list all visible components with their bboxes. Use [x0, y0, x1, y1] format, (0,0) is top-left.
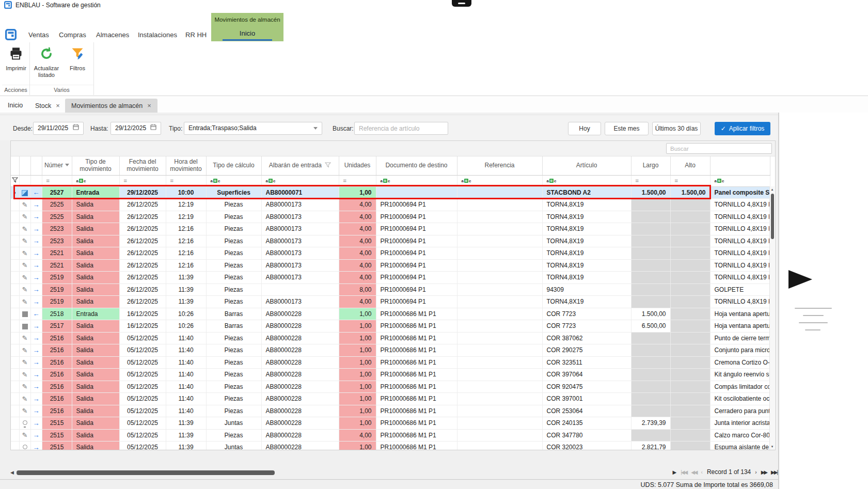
- cell-albaran[interactable]: AB80000228: [261, 356, 339, 369]
- table-row[interactable]: 2516Salida05/12/202511:40PiezasAB8000022…: [11, 369, 770, 381]
- cell-largo[interactable]: [631, 272, 670, 284]
- cell-unidades[interactable]: 1,00: [339, 186, 376, 199]
- direction-cell[interactable]: [30, 356, 42, 369]
- abc-filter-icon[interactable]: [710, 175, 770, 186]
- cell-hora[interactable]: 11:40: [166, 369, 206, 381]
- row-icon-cell[interactable]: [19, 429, 30, 441]
- cell-documento[interactable]: PR10000686 M1 P1: [376, 369, 457, 381]
- cell-albaran[interactable]: AB80000228: [261, 441, 339, 451]
- cell-documento[interactable]: PR10000694 P1: [376, 283, 457, 296]
- referencia-search-input[interactable]: [354, 122, 448, 135]
- cell-articulo[interactable]: TORN4,8X19: [542, 199, 631, 211]
- cell-largo[interactable]: [631, 235, 670, 247]
- cell-largo[interactable]: [631, 199, 670, 211]
- row-icon-cell[interactable]: [19, 344, 30, 357]
- cell-largo[interactable]: 2.739,39: [631, 417, 670, 430]
- table-row[interactable]: 2519Salida26/12/202511:39PiezasAB8000017…: [11, 296, 770, 308]
- cell-num[interactable]: 2516: [42, 344, 72, 357]
- cell-fecha[interactable]: 26/12/2025: [119, 235, 166, 247]
- cell-referencia[interactable]: [457, 441, 542, 451]
- cell-num[interactable]: 2527: [42, 186, 72, 199]
- cell-unidades[interactable]: 4,00: [339, 235, 376, 247]
- cell-alto[interactable]: [670, 283, 710, 296]
- cell-largo[interactable]: [631, 369, 670, 381]
- row-icon-cell[interactable]: [19, 405, 30, 417]
- aplicar-filtros-button[interactable]: ✓Aplicar filtros: [715, 122, 770, 135]
- col-tipo-calculo[interactable]: Tipo de cálculo: [206, 156, 261, 175]
- cell-alto[interactable]: [670, 332, 710, 344]
- cell-num[interactable]: 2515: [42, 441, 72, 451]
- print-button[interactable]: Imprimir: [2, 46, 30, 72]
- cell-fecha[interactable]: 26/12/2025: [119, 199, 166, 211]
- cell-tipo[interactable]: Salida: [72, 405, 119, 417]
- cell-desc[interactable]: TORNILLO 4,8X19 R: [710, 296, 770, 308]
- table-row[interactable]: 2527Entrada29/12/202510:00SuperficiesAB8…: [11, 186, 770, 199]
- hasta-date-field[interactable]: 29/12/2025: [111, 122, 161, 135]
- row-icon-cell[interactable]: [19, 235, 30, 247]
- cell-unidades[interactable]: 4,00: [339, 247, 376, 260]
- cell-articulo[interactable]: COR 320023: [542, 441, 631, 451]
- cell-fecha[interactable]: 05/12/2025: [119, 405, 166, 417]
- table-row[interactable]: 2516Salida05/12/202511:40PiezasAB8000022…: [11, 332, 770, 344]
- cell-alto[interactable]: [670, 320, 710, 333]
- cell-hora[interactable]: 10:26: [166, 320, 206, 333]
- cell-fecha[interactable]: 16/12/2025: [119, 320, 166, 333]
- cell-alto[interactable]: [670, 405, 710, 417]
- col-descripcion[interactable]: [710, 156, 770, 175]
- cell-documento[interactable]: PR10000686 M1 P1: [376, 393, 457, 405]
- cell-albaran[interactable]: AB80000228: [261, 308, 339, 320]
- equals-filter-icon[interactable]: [339, 175, 376, 186]
- cell-desc[interactable]: Kit oscilobatiente ocu: [710, 393, 770, 405]
- cell-desc[interactable]: TORNILLO 4,8X19 R: [710, 211, 770, 223]
- cell-calculo[interactable]: Piezas: [206, 235, 261, 247]
- cell-hora[interactable]: 11:40: [166, 393, 206, 405]
- cell-alto[interactable]: [670, 272, 710, 284]
- cell-unidades[interactable]: 1,00: [339, 441, 376, 451]
- row-icon-cell[interactable]: [19, 320, 30, 333]
- table-row[interactable]: 2519Salida26/12/202511:39Piezas8,00PR100…: [11, 283, 770, 296]
- cell-num[interactable]: 2516: [42, 405, 72, 417]
- cell-hora[interactable]: 10:26: [166, 308, 206, 320]
- row-icon-cell[interactable]: [19, 356, 30, 369]
- cell-albaran[interactable]: AB80000173: [261, 223, 339, 235]
- cell-documento[interactable]: PR10000694 P1: [376, 296, 457, 308]
- ribbon-tab-rrhh[interactable]: RR HH: [185, 31, 207, 39]
- cell-unidades[interactable]: 1,00: [339, 381, 376, 393]
- cell-calculo[interactable]: Piezas: [206, 405, 261, 417]
- cell-hora[interactable]: 10:00: [166, 186, 206, 199]
- table-row[interactable]: 2521Salida26/12/202512:16PiezasAB8000017…: [11, 259, 770, 272]
- row-icon-cell[interactable]: [19, 211, 30, 223]
- cell-tipo[interactable]: Salida: [72, 283, 119, 296]
- cell-documento[interactable]: PR10000686 M1 P1: [376, 381, 457, 393]
- cell-calculo[interactable]: Piezas: [206, 223, 261, 235]
- cell-alto[interactable]: [670, 296, 710, 308]
- cell-unidades[interactable]: 1,00: [339, 320, 376, 333]
- cell-calculo[interactable]: Piezas: [206, 272, 261, 284]
- cell-desc[interactable]: TORNILLO 4,8X19 R: [710, 235, 770, 247]
- calendar-icon[interactable]: [73, 122, 79, 134]
- cell-unidades[interactable]: 4,00: [339, 296, 376, 308]
- cell-albaran[interactable]: AB80000173: [261, 199, 339, 211]
- cell-documento[interactable]: PR10000686 M1 P1: [376, 405, 457, 417]
- col-tipo-movimiento[interactable]: Tipo de movimiento: [72, 156, 119, 175]
- cell-fecha[interactable]: 26/12/2025: [119, 283, 166, 296]
- cell-num[interactable]: 2516: [42, 393, 72, 405]
- cell-unidades[interactable]: 4,00: [339, 223, 376, 235]
- row-indicator[interactable]: [11, 332, 19, 344]
- row-icon-cell[interactable]: [19, 186, 30, 199]
- cell-largo[interactable]: [631, 381, 670, 393]
- cell-alto[interactable]: 1.500,00: [670, 186, 710, 199]
- cell-documento[interactable]: PR10000694 P1: [376, 199, 457, 211]
- cell-referencia[interactable]: [457, 332, 542, 344]
- table-row[interactable]: 2525Salida26/12/202512:19PiezasAB8000017…: [11, 211, 770, 223]
- row-icon-cell[interactable]: [19, 199, 30, 211]
- cell-num[interactable]: 2521: [42, 247, 72, 260]
- cell-hora[interactable]: 11:39: [166, 283, 206, 296]
- cell-documento[interactable]: PR10000686 M1 P1: [376, 417, 457, 430]
- direction-cell[interactable]: [30, 259, 42, 272]
- last-record-button[interactable]: ▶▶|: [771, 469, 777, 475]
- cell-hora[interactable]: 11:40: [166, 405, 206, 417]
- row-icon-cell[interactable]: [19, 417, 30, 430]
- cell-num[interactable]: 2516: [42, 369, 72, 381]
- abc-filter-icon[interactable]: [206, 175, 261, 186]
